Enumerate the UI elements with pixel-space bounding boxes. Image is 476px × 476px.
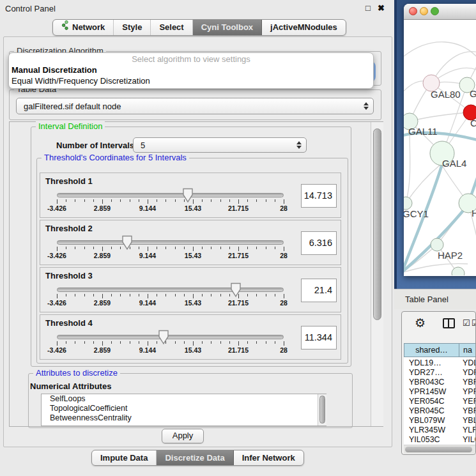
attribute-list-item[interactable]: BetweennessCentrality — [42, 413, 326, 423]
slider-tick — [57, 294, 58, 298]
slider-tick — [139, 199, 139, 202]
zoom-traffic-light-icon[interactable] — [431, 7, 439, 15]
apply-button[interactable]: Apply — [162, 429, 204, 443]
threshold-value-field[interactable]: 11.344 — [301, 326, 337, 349]
cell-name: YBR0 — [463, 406, 475, 416]
slider-tick — [211, 199, 211, 202]
slider-tick — [66, 199, 66, 202]
threshold-slider-thumb[interactable] — [121, 235, 133, 250]
tab-cyni-toolbox[interactable]: Cyni Toolbox — [193, 20, 262, 35]
gear-icon[interactable]: ⚙ — [415, 316, 426, 330]
threshold-slider-thumb[interactable] — [158, 330, 169, 345]
attribute-list-item[interactable]: SelfLoops — [42, 394, 326, 404]
slider-tick-label: 15.43 — [185, 204, 201, 212]
threshold-slider-thumb[interactable] — [230, 282, 242, 298]
popup-option-manual-discretization[interactable]: Manual Discretization — [11, 65, 371, 76]
scrollbar-thumb[interactable] — [319, 395, 325, 424]
table-row[interactable]: YDL19…YDL1 — [404, 358, 475, 368]
slider-tick — [102, 247, 103, 251]
numerical-attributes-label: Numerical Attributes — [30, 381, 111, 391]
top-tab-bar: Network Style Select Cyni Toolbox jActiv… — [52, 19, 346, 36]
network-node[interactable] — [431, 238, 443, 251]
node-table: shared… na YDL19…YDL1YDR27…YDR2YBR043CYB… — [404, 343, 475, 445]
scrollbar-thumb[interactable] — [373, 128, 381, 320]
tab-select[interactable]: Select — [151, 20, 192, 35]
network-node-label: GA — [470, 88, 476, 99]
slider-tick — [130, 199, 130, 202]
threshold-slider-thumb[interactable] — [182, 188, 194, 203]
slider-tick — [57, 247, 58, 251]
slider-tick — [84, 294, 85, 296]
number-of-intervals-spinner[interactable]: 5 — [133, 137, 307, 153]
slider-tick — [148, 199, 148, 204]
slider-tick-label: 28 — [280, 299, 288, 307]
tab-infer-network[interactable]: Infer Network — [234, 450, 303, 465]
network-node[interactable] — [452, 267, 464, 275]
horizontal-scrollbar[interactable] — [404, 445, 475, 454]
split-columns-icon[interactable] — [443, 318, 455, 328]
network-node-label: GCY1 — [404, 208, 429, 219]
table-row[interactable]: YPR145WYPR1 — [404, 387, 475, 397]
network-node-label: GAL11 — [408, 126, 438, 137]
threshold-slider-track[interactable] — [57, 240, 284, 245]
column-header-shared[interactable]: shared… — [404, 343, 459, 357]
threshold-value-field[interactable]: 14.713 — [301, 184, 337, 208]
column-header-name[interactable]: na — [459, 343, 475, 357]
network-node[interactable] — [404, 197, 412, 210]
checkbox-icon[interactable]: ☑ — [463, 318, 470, 328]
slider-tick — [284, 247, 284, 251]
table-row[interactable]: YIL053CYIL0 — [404, 435, 475, 445]
numerical-attributes-list[interactable]: SelfLoopsTopologicalCoefficientBetweenne… — [41, 394, 326, 426]
threshold-slider-track[interactable] — [57, 335, 284, 339]
cell-name: YBR0 — [463, 378, 475, 387]
threshold-value-field[interactable]: 21.4 — [301, 279, 337, 302]
table-row[interactable]: YBL079WYBL0 — [404, 416, 475, 426]
tab-discretize-data[interactable]: Discretize Data — [157, 450, 233, 465]
minimize-traffic-light-icon[interactable] — [420, 7, 428, 15]
slider-tick-label: 9.144 — [139, 204, 156, 212]
slider-tick-label: -3.426 — [47, 252, 66, 259]
checkbox-icon[interactable]: ☑ — [472, 318, 476, 328]
table-row[interactable]: YLR345WYLR3 — [404, 426, 475, 435]
attributes-list-scrollbar[interactable] — [318, 394, 326, 426]
slider-tick — [229, 247, 230, 249]
slider-tick-label: 21.715 — [228, 299, 249, 307]
tab-network[interactable]: Network — [53, 20, 114, 35]
network-window-titlebar[interactable] — [404, 4, 476, 20]
table-data-combobox[interactable]: galFiltered.sif default node — [16, 98, 374, 114]
network-canvas[interactable]: GAL80GACGAL11GAL4GCY1HAHAP2 — [404, 20, 476, 275]
network-graph: GAL80GACGAL11GAL4GCY1HAHAP2 — [404, 20, 476, 275]
tab-select-label: Select — [159, 20, 183, 35]
table-row[interactable]: YDR27…YDR2 — [404, 368, 475, 378]
threshold-value-field[interactable]: 6.316 — [301, 231, 337, 255]
slider-tick — [120, 294, 121, 296]
network-window: GAL80GACGAL11GAL4GCY1HAHAP2 — [404, 4, 476, 276]
scrollbar-thumb[interactable] — [405, 447, 472, 452]
tab-style[interactable]: Style — [114, 20, 151, 35]
popup-option-equal-width-frequency[interactable]: Equal Width/Frequency Discretization — [11, 75, 371, 87]
table-row[interactable]: YBR043CYBR0 — [404, 378, 475, 387]
tab-style-label: Style — [122, 20, 142, 35]
slider-tick — [220, 294, 221, 296]
attribute-list-item[interactable]: TopologicalCoefficient — [42, 404, 326, 413]
slider-tick — [211, 341, 211, 344]
close-traffic-light-icon[interactable] — [409, 7, 417, 15]
slider-tick — [256, 247, 257, 249]
slider-tick — [284, 294, 284, 298]
settings-vertical-scrollbar[interactable] — [371, 122, 383, 426]
threshold-slider-track[interactable] — [57, 288, 284, 292]
close-icon[interactable]: ✖ — [378, 3, 385, 13]
tab-impute-data-label: Impute Data — [100, 451, 148, 465]
tab-impute-data[interactable]: Impute Data — [92, 450, 157, 465]
threshold-slider-track[interactable] — [57, 193, 284, 197]
tab-jactivemnodules[interactable]: jActiveMNodules — [262, 20, 346, 35]
slider-tick — [148, 247, 148, 251]
float-window-icon[interactable]: □ — [365, 3, 371, 13]
table-row[interactable]: YER054CYER0 — [404, 397, 475, 406]
slider-tick — [157, 199, 157, 202]
slider-tick — [247, 199, 248, 202]
slider-tick — [284, 199, 284, 204]
table-row[interactable]: YBR045CYBR0 — [404, 406, 475, 416]
slider-tick — [148, 294, 148, 298]
table-panel-title: Table Panel — [405, 295, 449, 304]
